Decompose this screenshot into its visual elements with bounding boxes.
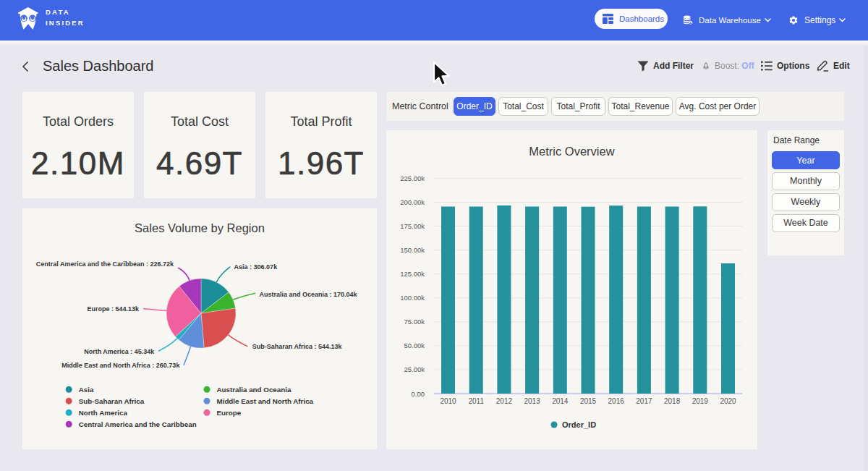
svg-text:2010: 2010 xyxy=(440,397,456,405)
svg-text:Sub-Saharan Africa : 544.13k: Sub-Saharan Africa : 544.13k xyxy=(252,343,343,350)
svg-text:2017: 2017 xyxy=(636,397,652,405)
svg-text:2015: 2015 xyxy=(580,397,597,405)
svg-text:Central America and the Caribb: Central America and the Caribbean xyxy=(79,420,197,428)
svg-text:North America : 45.34k: North America : 45.34k xyxy=(84,348,155,355)
svg-text:2016: 2016 xyxy=(608,397,625,405)
svg-text:Europe: Europe xyxy=(217,409,242,417)
svg-text:Central America and the Caribb: Central America and the Caribbean : 226.… xyxy=(36,260,174,268)
svg-text:Order_ID: Order_ID xyxy=(562,420,596,429)
svg-text:50.00k: 50.00k xyxy=(404,341,425,349)
svg-text:North America: North America xyxy=(79,409,128,417)
svg-text:Asia: Asia xyxy=(79,386,94,394)
svg-text:Sub-Saharan Africa: Sub-Saharan Africa xyxy=(79,397,145,405)
svg-text:125.00k: 125.00k xyxy=(400,270,425,278)
svg-text:2020: 2020 xyxy=(720,397,736,405)
svg-text:75.00k: 75.00k xyxy=(404,318,425,326)
svg-text:2013: 2013 xyxy=(524,397,540,405)
svg-text:225.00k: 225.00k xyxy=(400,174,425,182)
svg-text:25.00k: 25.00k xyxy=(404,365,425,373)
svg-text:150.00k: 150.00k xyxy=(400,246,425,254)
svg-text:2012: 2012 xyxy=(496,397,513,405)
svg-text:100.00k: 100.00k xyxy=(400,294,425,302)
svg-text:Middle East and North Africa: Middle East and North Africa xyxy=(217,397,314,405)
svg-text:2019: 2019 xyxy=(692,397,709,405)
svg-text:Australia and Oceania: Australia and Oceania xyxy=(217,386,292,394)
svg-text:2011: 2011 xyxy=(468,397,484,405)
svg-text:Asia : 306.07k: Asia : 306.07k xyxy=(234,263,278,271)
svg-text:2018: 2018 xyxy=(664,397,681,405)
svg-text:0.00: 0.00 xyxy=(412,390,425,398)
svg-text:175.00k: 175.00k xyxy=(400,222,425,230)
svg-text:Europe : 544.13k: Europe : 544.13k xyxy=(87,305,140,313)
svg-text:Middle East and North Africa :: Middle East and North Africa : 260.73k xyxy=(61,362,180,369)
svg-text:200.00k: 200.00k xyxy=(400,198,425,206)
svg-text:Australia and Oceania : 170.04: Australia and Oceania : 170.04k xyxy=(260,291,358,298)
svg-text:2014: 2014 xyxy=(552,397,569,405)
